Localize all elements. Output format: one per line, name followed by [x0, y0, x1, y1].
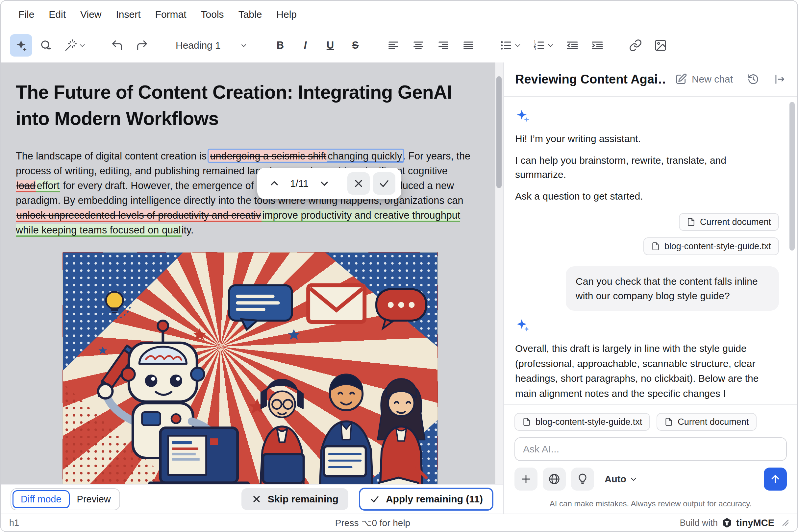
- ai-sparkle-icon: [515, 109, 531, 124]
- menu-insert[interactable]: Insert: [109, 5, 148, 24]
- style-guide-file-chip[interactable]: blog-content-style-guide.txt: [644, 238, 779, 255]
- brand-name[interactable]: tinyMCE: [736, 517, 774, 528]
- para-text: The landscape of digital content creatio…: [16, 150, 209, 162]
- document-image[interactable]: [62, 252, 438, 484]
- send-button[interactable]: [764, 468, 787, 491]
- apply-remaining-button[interactable]: Apply remaining (11): [359, 488, 494, 511]
- chat-body[interactable]: Hi! I’m your writing assistant. I can he…: [504, 97, 797, 404]
- composer-actions: Auto: [515, 468, 787, 491]
- align-center-button[interactable]: [407, 34, 430, 57]
- editor-pane: The Future of Content Creation: Integrat…: [1, 62, 504, 514]
- chevron-down-icon: [514, 42, 521, 49]
- new-chat-button[interactable]: New chat: [669, 69, 738, 90]
- insertion-1: changing quickly: [327, 150, 403, 163]
- menu-format[interactable]: Format: [148, 5, 194, 24]
- ai-sparkle-icon: [15, 39, 27, 52]
- chevron-down-icon: [318, 177, 330, 189]
- ai-rewrite-button[interactable]: [60, 34, 90, 57]
- next-change-button[interactable]: [313, 172, 335, 195]
- menu-tools[interactable]: Tools: [194, 5, 231, 24]
- editor-scrollbar-thumb[interactable]: [496, 76, 502, 188]
- user-message: Can you check that the content falls inl…: [566, 266, 779, 311]
- chevron-down-icon: [240, 42, 247, 49]
- ai-shortcuts-button[interactable]: [35, 34, 57, 57]
- redo-icon: [135, 39, 149, 52]
- chat-history-button[interactable]: [742, 68, 764, 91]
- current-document-chip[interactable]: Current document: [656, 413, 757, 431]
- chat-scrollbar-thumb[interactable]: [790, 102, 795, 250]
- brand-prefix: Build with: [680, 518, 718, 528]
- robot-collaboration-illustration: [63, 252, 438, 484]
- chevron-up-icon: [268, 177, 280, 189]
- active-change[interactable]: undergoing a seismic shiftchanging quick…: [209, 150, 403, 162]
- menu-view[interactable]: View: [73, 5, 109, 24]
- link-button[interactable]: [624, 34, 647, 57]
- menu-help[interactable]: Help: [269, 5, 304, 24]
- chevron-down-icon: [630, 475, 637, 483]
- close-icon: [353, 177, 365, 189]
- reject-change-button[interactable]: [347, 172, 370, 195]
- chip-label: Current document: [700, 217, 771, 227]
- align-right-button[interactable]: [432, 34, 454, 57]
- align-left-button[interactable]: [382, 34, 405, 57]
- indent-button[interactable]: [586, 34, 609, 57]
- preview-button[interactable]: Preview: [70, 491, 118, 507]
- align-justify-icon: [462, 39, 475, 52]
- document-icon: [651, 242, 660, 250]
- ai-assistant-button[interactable]: [10, 34, 32, 57]
- skip-remaining-label: Skip remaining: [268, 494, 338, 505]
- web-search-button[interactable]: [543, 468, 566, 491]
- apply-remaining-label: Apply remaining (11): [386, 494, 483, 505]
- editor-canvas[interactable]: The Future of Content Creation: Integrat…: [1, 62, 503, 484]
- magic-wand-icon: [64, 39, 77, 52]
- editor-window: File Edit View Insert Format Tools Table…: [0, 0, 798, 532]
- undo-button[interactable]: [106, 34, 128, 57]
- collapse-panel-button[interactable]: [768, 68, 791, 91]
- chat-title: Reviewing Content Agai…: [515, 72, 665, 87]
- image-button[interactable]: [649, 34, 672, 57]
- add-attachment-button[interactable]: [515, 468, 537, 491]
- menu-table[interactable]: Table: [231, 5, 270, 24]
- accept-change-button[interactable]: [373, 172, 395, 195]
- editor-scrollbar[interactable]: [495, 62, 503, 484]
- element-path[interactable]: h1: [9, 518, 88, 528]
- redo-button[interactable]: [131, 34, 153, 57]
- strikethrough-button[interactable]: S: [344, 34, 367, 57]
- bullet-list-button[interactable]: [495, 34, 526, 57]
- style-guide-file-chip[interactable]: blog-content-style-guide.txt: [515, 413, 650, 431]
- numbered-list-button[interactable]: 123: [528, 34, 559, 57]
- close-icon: [251, 494, 262, 505]
- diff-mode-button[interactable]: Diff mode: [13, 490, 70, 508]
- document-title[interactable]: The Future of Content Creation: Integrat…: [16, 79, 476, 132]
- resize-grip-icon[interactable]: [782, 519, 789, 526]
- model-select[interactable]: Auto: [605, 474, 637, 484]
- current-document-chip[interactable]: Current document: [679, 213, 779, 231]
- bold-button[interactable]: B: [269, 34, 292, 57]
- menu-edit[interactable]: Edit: [41, 5, 73, 24]
- assistant-greeting: Hi! I’m your writing assistant.: [515, 132, 779, 146]
- chat-composer: blog-content-style-guide.txt Current doc…: [504, 404, 797, 514]
- suggestions-button[interactable]: [571, 468, 594, 491]
- image-icon: [654, 39, 667, 52]
- previous-change-button[interactable]: [263, 172, 285, 195]
- skip-remaining-button[interactable]: Skip remaining: [241, 488, 348, 510]
- italic-button[interactable]: I: [294, 34, 316, 57]
- block-format-select[interactable]: Heading 1: [169, 34, 253, 57]
- context-chips: Current document blog-content-style-guid…: [515, 213, 779, 255]
- chip-label: Current document: [678, 417, 749, 427]
- collapse-panel-icon: [773, 73, 786, 86]
- outdent-button[interactable]: [561, 34, 583, 57]
- ask-ai-input[interactable]: [515, 437, 787, 461]
- underline-button[interactable]: U: [319, 34, 341, 57]
- menu-file[interactable]: File: [11, 5, 41, 24]
- deletion-2: load: [16, 180, 36, 192]
- indent-icon: [591, 39, 604, 52]
- document-paragraph[interactable]: The landscape of digital content creatio…: [16, 149, 480, 238]
- branding: Build with tinyMCE: [657, 517, 789, 528]
- align-justify-button[interactable]: [457, 34, 480, 57]
- new-chat-icon: [675, 73, 687, 86]
- toolbar: Heading 1 B I U S 123: [1, 28, 797, 62]
- menubar: File Edit View Insert Format Tools Table…: [1, 1, 797, 28]
- check-icon: [369, 494, 380, 505]
- help-shortcut-text: Press ⌥0 for help: [88, 517, 657, 528]
